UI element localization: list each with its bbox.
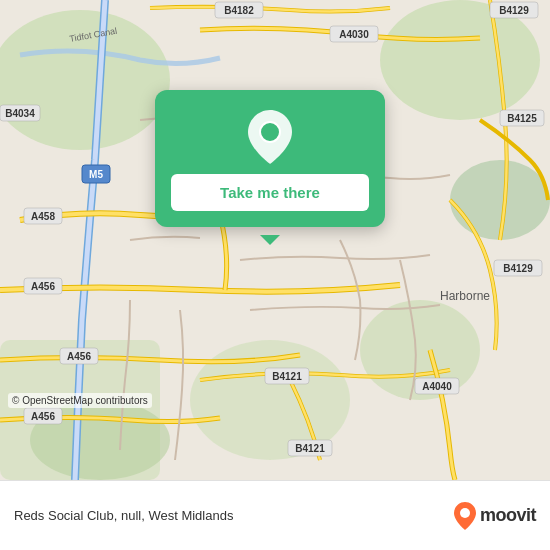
svg-text:A4040: A4040 xyxy=(422,381,452,392)
svg-text:A456: A456 xyxy=(31,411,55,422)
map-container: B4182 A4030 B4129 B4125 B4129 M5 A458 A4… xyxy=(0,0,550,480)
svg-point-39 xyxy=(260,122,280,142)
svg-text:B4121: B4121 xyxy=(272,371,302,382)
svg-text:B4129: B4129 xyxy=(499,5,529,16)
svg-text:Harborne: Harborne xyxy=(440,289,490,303)
svg-text:B4121: B4121 xyxy=(295,443,325,454)
svg-text:A458: A458 xyxy=(31,211,55,222)
bottom-bar: Reds Social Club, null, West Midlands mo… xyxy=(0,480,550,550)
svg-text:A456: A456 xyxy=(31,281,55,292)
moovit-logo: moovit xyxy=(454,502,536,530)
svg-text:B4034: B4034 xyxy=(5,108,35,119)
take-me-there-button[interactable]: Take me there xyxy=(171,174,369,211)
map-attribution: © OpenStreetMap contributors xyxy=(8,393,152,408)
moovit-brand-text: moovit xyxy=(480,505,536,526)
map-pin-icon xyxy=(248,110,292,164)
svg-text:A456: A456 xyxy=(67,351,91,362)
svg-text:B4129: B4129 xyxy=(503,263,533,274)
svg-text:B4182: B4182 xyxy=(224,5,254,16)
moovit-pin-icon xyxy=(454,502,476,530)
location-label: Reds Social Club, null, West Midlands xyxy=(14,508,454,523)
svg-text:M5: M5 xyxy=(89,169,103,180)
svg-text:A4030: A4030 xyxy=(339,29,369,40)
location-popup: Take me there xyxy=(155,90,385,227)
svg-point-40 xyxy=(460,508,470,518)
svg-text:B4125: B4125 xyxy=(507,113,537,124)
